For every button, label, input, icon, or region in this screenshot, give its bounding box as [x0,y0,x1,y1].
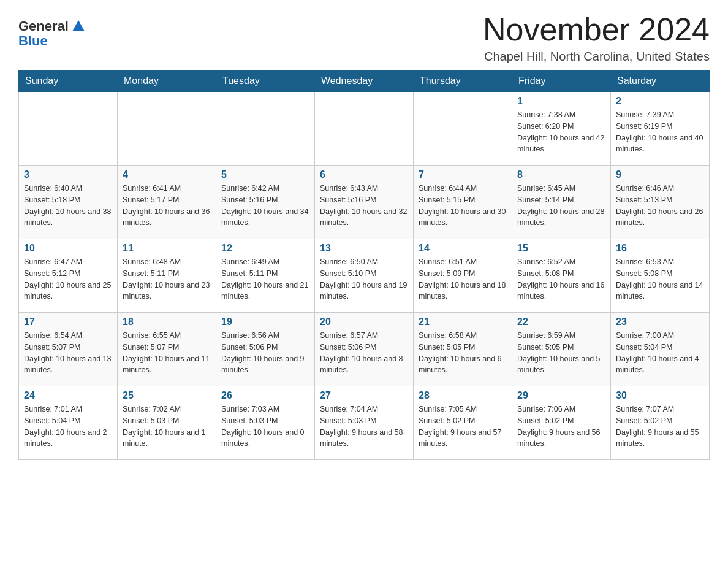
day-info: Sunrise: 6:55 AM Sunset: 5:07 PM Dayligh… [123,330,211,376]
calendar-cell: 2Sunrise: 7:39 AM Sunset: 6:19 PM Daylig… [611,92,710,166]
calendar-cell [19,92,118,166]
day-info: Sunrise: 6:43 AM Sunset: 5:16 PM Dayligh… [320,183,408,229]
day-info: Sunrise: 6:50 AM Sunset: 5:10 PM Dayligh… [320,256,408,302]
day-number: 3 [24,169,112,180]
calendar-table: SundayMondayTuesdayWednesdayThursdayFrid… [18,70,710,460]
day-info: Sunrise: 6:59 AM Sunset: 5:05 PM Dayligh… [517,330,605,376]
day-info: Sunrise: 6:48 AM Sunset: 5:11 PM Dayligh… [123,256,211,302]
day-number: 5 [221,169,309,180]
weekday-header-saturday: Saturday [611,71,710,92]
title-area: November 2024 Chapel Hill, North Carolin… [483,12,710,64]
calendar-cell: 24Sunrise: 7:01 AM Sunset: 5:04 PM Dayli… [19,386,118,460]
day-info: Sunrise: 7:02 AM Sunset: 5:03 PM Dayligh… [123,404,211,450]
day-number: 11 [123,243,211,254]
day-number: 15 [517,243,605,254]
day-number: 29 [517,390,605,401]
calendar-cell: 29Sunrise: 7:06 AM Sunset: 5:02 PM Dayli… [512,386,611,460]
day-info: Sunrise: 6:56 AM Sunset: 5:06 PM Dayligh… [221,330,309,376]
day-number: 19 [221,316,309,327]
day-number: 7 [419,169,507,180]
calendar-week-row: 1Sunrise: 7:38 AM Sunset: 6:20 PM Daylig… [19,92,710,166]
day-number: 27 [320,390,408,401]
calendar-cell: 1Sunrise: 7:38 AM Sunset: 6:20 PM Daylig… [512,92,611,166]
calendar-cell: 28Sunrise: 7:05 AM Sunset: 5:02 PM Dayli… [414,386,512,460]
page-header: General Blue November 2024 Chapel Hill, … [18,12,710,64]
calendar-cell: 23Sunrise: 7:00 AM Sunset: 5:04 PM Dayli… [611,313,710,386]
calendar-cell: 21Sunrise: 6:58 AM Sunset: 5:05 PM Dayli… [414,313,512,386]
calendar-cell: 22Sunrise: 6:59 AM Sunset: 5:05 PM Dayli… [512,313,611,386]
day-info: Sunrise: 7:07 AM Sunset: 5:02 PM Dayligh… [616,404,704,450]
day-info: Sunrise: 6:52 AM Sunset: 5:08 PM Dayligh… [517,256,605,302]
calendar-cell: 11Sunrise: 6:48 AM Sunset: 5:11 PM Dayli… [118,239,216,313]
calendar-cell: 20Sunrise: 6:57 AM Sunset: 5:06 PM Dayli… [315,313,414,386]
calendar-cell: 17Sunrise: 6:54 AM Sunset: 5:07 PM Dayli… [19,313,118,386]
calendar-cell: 26Sunrise: 7:03 AM Sunset: 5:03 PM Dayli… [216,386,315,460]
month-title: November 2024 [483,12,710,47]
calendar-cell: 12Sunrise: 6:49 AM Sunset: 5:11 PM Dayli… [216,239,315,313]
weekday-header-tuesday: Tuesday [216,71,315,92]
calendar-cell [118,92,216,166]
location-subtitle: Chapel Hill, North Carolina, United Stat… [483,50,710,64]
day-info: Sunrise: 7:03 AM Sunset: 5:03 PM Dayligh… [221,404,309,450]
day-info: Sunrise: 7:01 AM Sunset: 5:04 PM Dayligh… [24,404,112,450]
calendar-cell: 16Sunrise: 6:53 AM Sunset: 5:08 PM Dayli… [611,239,710,313]
weekday-header-monday: Monday [118,71,216,92]
day-info: Sunrise: 7:38 AM Sunset: 6:20 PM Dayligh… [517,109,605,155]
calendar-week-row: 17Sunrise: 6:54 AM Sunset: 5:07 PM Dayli… [19,313,710,386]
day-number: 13 [320,243,408,254]
day-info: Sunrise: 6:47 AM Sunset: 5:12 PM Dayligh… [24,256,112,302]
day-info: Sunrise: 7:00 AM Sunset: 5:04 PM Dayligh… [616,330,704,376]
day-number: 25 [123,390,211,401]
calendar-cell: 14Sunrise: 6:51 AM Sunset: 5:09 PM Dayli… [414,239,512,313]
weekday-header-sunday: Sunday [19,71,118,92]
day-info: Sunrise: 6:51 AM Sunset: 5:09 PM Dayligh… [419,256,507,302]
calendar-cell: 3Sunrise: 6:40 AM Sunset: 5:18 PM Daylig… [19,166,118,239]
logo-triangle-icon [72,20,85,31]
day-number: 26 [221,390,309,401]
day-number: 21 [419,316,507,327]
day-info: Sunrise: 7:39 AM Sunset: 6:19 PM Dayligh… [616,109,704,155]
day-number: 2 [616,96,704,107]
day-number: 4 [123,169,211,180]
day-info: Sunrise: 7:04 AM Sunset: 5:03 PM Dayligh… [320,404,408,450]
day-number: 12 [221,243,309,254]
day-number: 30 [616,390,704,401]
day-number: 14 [419,243,507,254]
weekday-header-friday: Friday [512,71,611,92]
day-info: Sunrise: 6:53 AM Sunset: 5:08 PM Dayligh… [616,256,704,302]
calendar-cell [315,92,414,166]
day-info: Sunrise: 7:05 AM Sunset: 5:02 PM Dayligh… [419,404,507,450]
day-info: Sunrise: 6:49 AM Sunset: 5:11 PM Dayligh… [221,256,309,302]
logo-blue-text: Blue [18,33,48,49]
calendar-cell: 19Sunrise: 6:56 AM Sunset: 5:06 PM Dayli… [216,313,315,386]
day-info: Sunrise: 6:44 AM Sunset: 5:15 PM Dayligh… [419,183,507,229]
logo-general-text: General [18,18,85,34]
calendar-cell [414,92,512,166]
calendar-cell: 27Sunrise: 7:04 AM Sunset: 5:03 PM Dayli… [315,386,414,460]
day-info: Sunrise: 6:42 AM Sunset: 5:16 PM Dayligh… [221,183,309,229]
day-number: 18 [123,316,211,327]
day-info: Sunrise: 6:46 AM Sunset: 5:13 PM Dayligh… [616,183,704,229]
calendar-week-row: 3Sunrise: 6:40 AM Sunset: 5:18 PM Daylig… [19,166,710,239]
day-number: 16 [616,243,704,254]
calendar-cell: 15Sunrise: 6:52 AM Sunset: 5:08 PM Dayli… [512,239,611,313]
day-info: Sunrise: 7:06 AM Sunset: 5:02 PM Dayligh… [517,404,605,450]
day-number: 8 [517,169,605,180]
calendar-cell: 10Sunrise: 6:47 AM Sunset: 5:12 PM Dayli… [19,239,118,313]
day-number: 1 [517,96,605,107]
day-number: 24 [24,390,112,401]
day-info: Sunrise: 6:40 AM Sunset: 5:18 PM Dayligh… [24,183,112,229]
weekday-header-wednesday: Wednesday [315,71,414,92]
day-number: 9 [616,169,704,180]
day-number: 22 [517,316,605,327]
calendar-cell: 25Sunrise: 7:02 AM Sunset: 5:03 PM Dayli… [118,386,216,460]
calendar-cell: 7Sunrise: 6:44 AM Sunset: 5:15 PM Daylig… [414,166,512,239]
day-number: 23 [616,316,704,327]
day-info: Sunrise: 6:57 AM Sunset: 5:06 PM Dayligh… [320,330,408,376]
day-number: 10 [24,243,112,254]
calendar-cell: 13Sunrise: 6:50 AM Sunset: 5:10 PM Dayli… [315,239,414,313]
day-info: Sunrise: 6:41 AM Sunset: 5:17 PM Dayligh… [123,183,211,229]
day-info: Sunrise: 6:45 AM Sunset: 5:14 PM Dayligh… [517,183,605,229]
calendar-cell: 4Sunrise: 6:41 AM Sunset: 5:17 PM Daylig… [118,166,216,239]
logo: General Blue [18,12,85,49]
